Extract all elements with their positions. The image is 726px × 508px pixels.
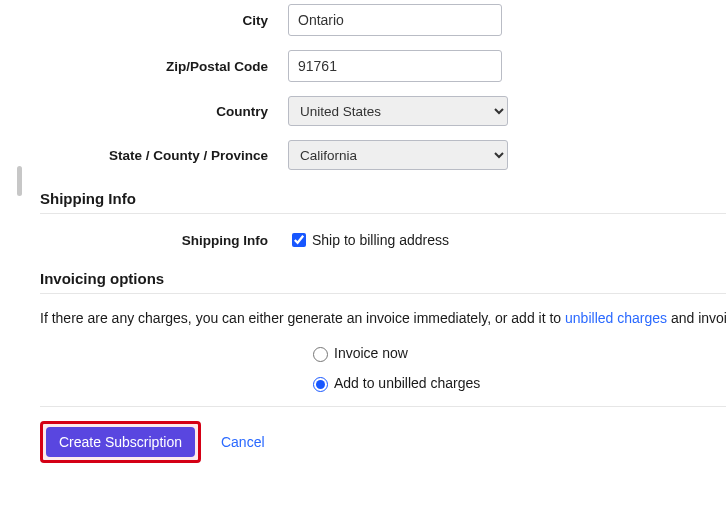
- country-label: Country: [40, 104, 288, 119]
- highlight-annotation: Create Subscription: [40, 421, 201, 463]
- shipping-info-heading: Shipping Info: [40, 190, 726, 207]
- invoice-now-option[interactable]: Invoice now: [308, 344, 726, 362]
- shipping-info-row-label: Shipping Info: [40, 233, 288, 248]
- invoice-now-radio[interactable]: [313, 347, 328, 362]
- city-input[interactable]: [288, 4, 502, 36]
- country-select[interactable]: United States: [288, 96, 508, 126]
- ship-to-billing-checkbox[interactable]: [292, 233, 306, 247]
- unbilled-charges-link[interactable]: unbilled charges: [565, 310, 667, 326]
- city-label: City: [40, 13, 288, 28]
- scrollbar-thumb[interactable]: [17, 166, 22, 196]
- add-to-unbilled-radio[interactable]: [313, 377, 328, 392]
- invoicing-desc-text1: If there are any charges, you can either…: [40, 310, 565, 326]
- create-subscription-button[interactable]: Create Subscription: [46, 427, 195, 457]
- state-label: State / County / Province: [40, 148, 288, 163]
- zip-label: Zip/Postal Code: [40, 59, 288, 74]
- divider: [40, 406, 726, 407]
- add-to-unbilled-option[interactable]: Add to unbilled charges: [308, 374, 726, 392]
- invoicing-desc-text2: and invoice: [667, 310, 726, 326]
- state-select[interactable]: California: [288, 140, 508, 170]
- ship-to-billing-label: Ship to billing address: [312, 232, 449, 248]
- zip-input[interactable]: [288, 50, 502, 82]
- invoice-now-label: Invoice now: [334, 345, 408, 361]
- divider: [40, 213, 726, 214]
- invoicing-description: If there are any charges, you can either…: [40, 310, 726, 326]
- divider: [40, 293, 726, 294]
- invoicing-options-heading: Invoicing options: [40, 270, 726, 287]
- cancel-link[interactable]: Cancel: [221, 434, 265, 450]
- add-to-unbilled-label: Add to unbilled charges: [334, 375, 480, 391]
